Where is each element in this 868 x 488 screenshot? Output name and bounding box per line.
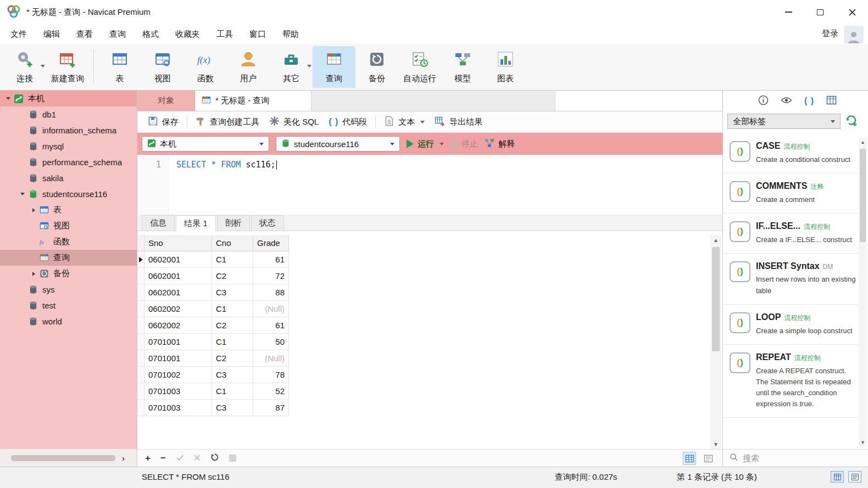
charts-button[interactable]: 图表: [484, 46, 527, 88]
menu-file[interactable]: 文件: [2, 25, 35, 43]
model-button[interactable]: 模型: [441, 46, 484, 88]
cell[interactable]: 0602001: [144, 268, 212, 284]
tab-messages[interactable]: 信息: [142, 215, 175, 231]
scrollbar-thumb[interactable]: [11, 455, 115, 461]
cell[interactable]: C3: [212, 400, 253, 416]
cell[interactable]: 0602001: [144, 251, 212, 268]
snippet-item-case[interactable]: () CASE流程控制 Create a conditional constru…: [723, 133, 858, 173]
chevron-down-icon[interactable]: [439, 143, 444, 145]
cell[interactable]: (Null): [253, 301, 289, 317]
form-view-button[interactable]: [702, 452, 715, 465]
tab-status[interactable]: 状态: [251, 215, 284, 231]
tree-item-tables[interactable]: 表: [0, 202, 137, 218]
menu-help[interactable]: 帮助: [274, 25, 307, 43]
row-marker[interactable]: [137, 400, 144, 416]
eye-icon[interactable]: [781, 96, 792, 106]
tree-item-localhost[interactable]: 本机: [0, 91, 137, 106]
add-record-button[interactable]: +: [145, 453, 151, 464]
cell[interactable]: C3: [212, 367, 253, 383]
tree-item-test[interactable]: test: [0, 298, 137, 313]
cell[interactable]: C1: [212, 334, 253, 350]
menu-format[interactable]: 格式: [134, 25, 167, 43]
login-link[interactable]: 登录: [822, 29, 838, 39]
snippet-item-comments[interactable]: () COMMENTS注释 Create a comment: [723, 173, 858, 214]
cell[interactable]: 0602001: [144, 284, 212, 301]
row-marker[interactable]: [137, 383, 144, 400]
functions-button[interactable]: f(x) 函数: [184, 46, 227, 88]
column-header-sno[interactable]: Sno: [144, 235, 212, 251]
code-snippet-tab-icon[interactable]: ( ): [804, 96, 814, 106]
users-button[interactable]: 用户: [227, 46, 270, 88]
export-result-button[interactable]: 导出结果: [430, 113, 487, 131]
tree-item-functions[interactable]: fx 函数: [0, 234, 137, 250]
cell[interactable]: C1: [212, 383, 253, 400]
tree-item-mysql[interactable]: mysql: [0, 138, 137, 154]
cell[interactable]: 0701001: [144, 334, 212, 350]
menu-window[interactable]: 窗口: [241, 25, 274, 43]
form-view-toggle[interactable]: [848, 471, 861, 483]
current-row-marker[interactable]: [137, 251, 144, 268]
row-marker[interactable]: [137, 301, 144, 317]
tables-button[interactable]: 表: [98, 46, 141, 88]
info-icon[interactable]: [758, 95, 769, 107]
row-marker[interactable]: [137, 268, 144, 284]
tab-result-1[interactable]: 结果 1: [176, 215, 216, 231]
chevron-down-icon[interactable]: [3, 97, 13, 100]
query-builder-button[interactable]: 查询创建工具: [191, 113, 264, 131]
tree-item-sakila[interactable]: sakila: [0, 170, 137, 186]
cell[interactable]: C2: [212, 350, 253, 367]
code-snippet-button[interactable]: ( ) 代码段: [324, 114, 372, 130]
refresh-add-icon[interactable]: [844, 114, 858, 129]
menu-view[interactable]: 查看: [68, 25, 101, 43]
cell[interactable]: 0701002: [144, 367, 212, 383]
save-button[interactable]: 保存: [143, 113, 183, 131]
cell[interactable]: 72: [253, 268, 289, 284]
row-marker[interactable]: [137, 284, 144, 301]
views-button[interactable]: 视图: [141, 46, 184, 88]
search-input[interactable]: [743, 453, 842, 463]
scroll-up-icon[interactable]: ▲: [710, 235, 721, 245]
tab-objects[interactable]: 对象: [137, 91, 195, 111]
snippet-item-repeat[interactable]: () REPEAT流程控制 Create A REPEAT construct.…: [723, 345, 858, 418]
scrollbar-thumb[interactable]: [860, 149, 866, 242]
tree-horizontal-scrollbar[interactable]: ›: [0, 449, 137, 467]
scroll-up-icon[interactable]: ▲: [859, 138, 867, 147]
tree-item-backups[interactable]: 备份: [0, 266, 137, 282]
new-query-button[interactable]: 新建查询: [46, 46, 89, 88]
result-grid-scrollbar[interactable]: ▲ ▼: [710, 235, 721, 449]
text-mode-button[interactable]: 文本: [379, 113, 430, 131]
scroll-right-icon[interactable]: ›: [122, 453, 125, 463]
cell[interactable]: 88: [253, 284, 289, 301]
menu-favorites[interactable]: 收藏夹: [167, 25, 208, 43]
database-select[interactable]: studentcourse116: [276, 136, 400, 152]
snippet-item-loop[interactable]: () LOOP流程控制 Create a simple loop constru…: [723, 305, 858, 345]
connection-button[interactable]: 连接: [3, 46, 46, 88]
menu-edit[interactable]: 编辑: [35, 25, 68, 43]
cell[interactable]: C2: [212, 268, 253, 284]
chevron-down-icon[interactable]: [420, 121, 425, 124]
automation-button[interactable]: 自动运行: [398, 46, 441, 88]
cell[interactable]: 0602002: [144, 317, 212, 334]
chevron-right-icon[interactable]: [29, 272, 38, 276]
maximize-button[interactable]: [804, 0, 836, 24]
tab-query-untitled[interactable]: * 无标题 - 查询: [195, 91, 311, 111]
backup-button[interactable]: 备份: [355, 46, 398, 88]
snippet-item-if-else[interactable]: () IF...ELSE...流程控制 Create a IF...ELSE..…: [723, 214, 858, 254]
chevron-down-icon[interactable]: [18, 193, 27, 195]
row-marker[interactable]: [137, 334, 144, 350]
chevron-right-icon[interactable]: [29, 208, 38, 212]
scroll-down-icon[interactable]: ▼: [710, 439, 721, 449]
row-marker[interactable]: [137, 350, 144, 367]
menu-query[interactable]: 查询: [101, 25, 134, 43]
cell[interactable]: 61: [253, 251, 289, 268]
cell[interactable]: (Null): [253, 350, 289, 367]
tree-item-queries[interactable]: 查询: [0, 250, 137, 266]
connection-select[interactable]: 本机: [142, 136, 269, 152]
refresh-button[interactable]: [210, 453, 219, 463]
delete-record-button[interactable]: −: [160, 453, 166, 464]
tab-profile[interactable]: 剖析: [217, 215, 250, 231]
tree-item-db1[interactable]: db1: [0, 106, 137, 122]
tree-item-sys[interactable]: sys: [0, 282, 137, 298]
cell[interactable]: 78: [253, 367, 289, 383]
run-button[interactable]: 运行: [407, 139, 444, 149]
